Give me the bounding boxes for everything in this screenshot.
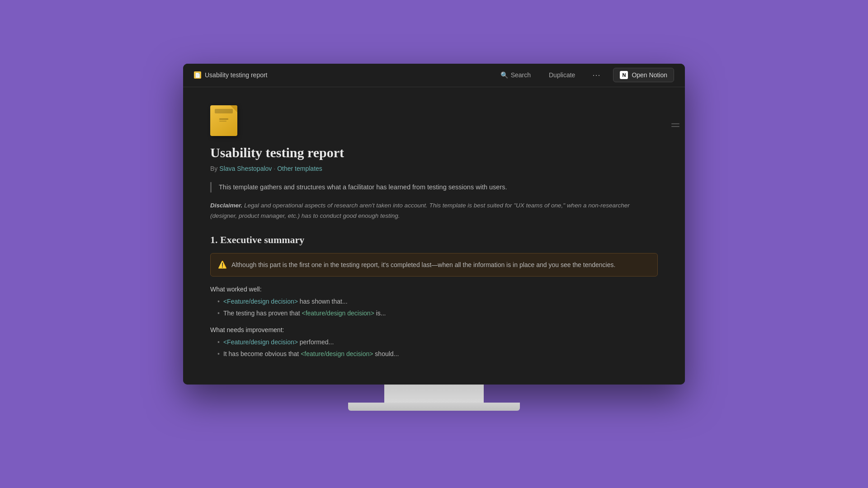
section1-heading: 1. Executive summary bbox=[210, 234, 658, 246]
svg-rect-1 bbox=[219, 121, 226, 122]
duplicate-label: Duplicate bbox=[549, 71, 575, 79]
list-item: It has become obvious that <feature/desi… bbox=[210, 349, 658, 360]
topbar: 📄 Usability testing report 🔍 Search Dupl… bbox=[183, 64, 685, 87]
more-options-button[interactable]: ··· bbox=[589, 68, 604, 83]
author-link[interactable]: Slava Shestopalov bbox=[219, 165, 272, 172]
disclaimer-body: Legal and operational aspects of researc… bbox=[210, 202, 630, 219]
search-label: Search bbox=[511, 71, 531, 79]
other-templates-link[interactable]: Other templates bbox=[277, 165, 322, 172]
scrollbar[interactable] bbox=[671, 123, 679, 127]
list-item-text: <Feature/design decision> has shown that… bbox=[223, 296, 348, 307]
intro-blockquote: This template gathers and structures wha… bbox=[210, 182, 658, 192]
byline-prefix: By bbox=[210, 165, 217, 172]
needs-improvement-label: What needs improvement: bbox=[210, 326, 658, 333]
feature-link-3[interactable]: <Feature/design decision> bbox=[223, 338, 298, 346]
monitor-stand bbox=[183, 385, 685, 411]
content-area: Usability testing report By Slava Shesto… bbox=[183, 87, 685, 385]
scroll-indicator bbox=[671, 123, 679, 124]
disclaimer-text: Disclaimer. Legal and operational aspect… bbox=[210, 201, 658, 221]
open-notion-label: Open Notion bbox=[632, 71, 667, 79]
scroll-indicator bbox=[671, 126, 679, 127]
disclaimer-label: Disclaimer. bbox=[210, 202, 242, 209]
more-icon: ··· bbox=[592, 70, 600, 80]
doc-byline: By Slava Shestopalov · Other templates bbox=[210, 165, 658, 172]
document-title: Usability testing report bbox=[210, 145, 658, 160]
callout-text: Although this part is the first one in t… bbox=[231, 260, 615, 270]
feature-link-2[interactable]: <feature/design decision> bbox=[302, 310, 374, 317]
list-item: The testing has proven that <feature/des… bbox=[210, 308, 658, 319]
search-button[interactable]: 🔍 Search bbox=[496, 69, 535, 81]
topbar-left: 📄 Usability testing report bbox=[194, 71, 268, 79]
list-item-text: The testing has proven that <feature/des… bbox=[223, 308, 386, 319]
worked-well-list: <Feature/design decision> has shown that… bbox=[210, 296, 658, 319]
feature-link-4[interactable]: <feature/design decision> bbox=[301, 350, 373, 357]
topbar-right: 🔍 Search Duplicate ··· N Open Notion bbox=[496, 68, 674, 83]
notion-logo-icon: N bbox=[620, 71, 628, 79]
list-item-text: It has become obvious that <feature/desi… bbox=[223, 349, 399, 360]
search-icon: 🔍 bbox=[500, 71, 508, 79]
list-item: <Feature/design decision> performed... bbox=[210, 337, 658, 348]
stand-base bbox=[348, 403, 520, 411]
warning-icon: ⚠️ bbox=[218, 260, 227, 269]
doc-emoji-icon bbox=[210, 105, 241, 136]
feature-link-1[interactable]: <Feature/design decision> bbox=[223, 298, 298, 305]
svg-rect-0 bbox=[219, 118, 228, 120]
duplicate-button[interactable]: Duplicate bbox=[544, 69, 580, 81]
stand-neck bbox=[384, 385, 484, 403]
open-notion-button[interactable]: N Open Notion bbox=[613, 68, 674, 82]
needs-improvement-list: <Feature/design decision> performed... I… bbox=[210, 337, 658, 360]
list-item: <Feature/design decision> has shown that… bbox=[210, 296, 658, 307]
byline-separator: · bbox=[274, 165, 275, 172]
worked-well-label: What worked well: bbox=[210, 286, 658, 293]
callout-box: ⚠️ Although this part is the first one i… bbox=[210, 253, 658, 277]
intro-quote-text: This template gathers and structures wha… bbox=[219, 182, 658, 192]
topbar-title: Usability testing report bbox=[205, 71, 268, 79]
book-icon bbox=[210, 105, 237, 136]
list-item-text: <Feature/design decision> performed... bbox=[223, 337, 334, 348]
document-icon: 📄 bbox=[194, 71, 201, 79]
